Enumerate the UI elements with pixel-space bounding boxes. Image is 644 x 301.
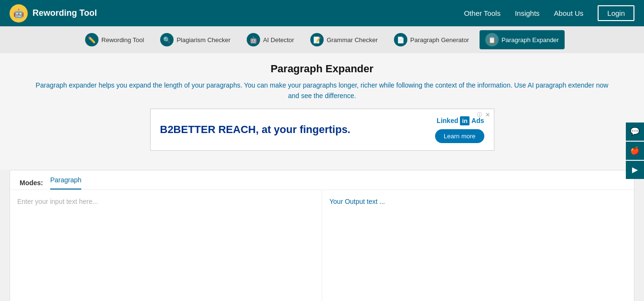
editor-input-panel[interactable]: Enter your input text here...	[10, 190, 322, 301]
tool-nav-item-plagiarism-checker[interactable]: 🔍 Plagiarism Checker	[154, 30, 236, 49]
rewording-tool-label: Rewording Tool	[101, 36, 144, 44]
sidebar-apple-button[interactable]: 🍎	[626, 142, 644, 160]
header-nav: Other Tools Insights About Us Login	[464, 5, 634, 21]
tool-nav-item-paragraph-expander[interactable]: 📋 Paragraph Expander	[480, 30, 565, 49]
ad-right: Linked in Ads Learn more	[435, 116, 484, 143]
main-content: Paragraph Expander Paragraph expander he…	[0, 53, 644, 170]
modes-label: Modes:	[20, 179, 43, 187]
paragraph-expander-label: Paragraph Expander	[502, 36, 559, 44]
logo-icon: 🤖	[10, 4, 28, 22]
logo[interactable]: 🤖 Rewording Tool	[10, 4, 97, 22]
logo-text: Rewording Tool	[33, 8, 97, 18]
linkedin-box: in	[460, 116, 469, 125]
ad-banner: ⓘ ✕ B2BETTER REACH, at your fingertips. …	[150, 109, 494, 151]
mode-tab-paragraph[interactable]: Paragraph	[50, 176, 81, 190]
header: 🤖 Rewording Tool Other Tools Insights Ab…	[0, 0, 644, 26]
ad-container: ⓘ ✕ B2BETTER REACH, at your fingertips. …	[150, 109, 494, 151]
output-placeholder: Your Output text ...	[329, 198, 385, 205]
nav-other-tools[interactable]: Other Tools	[464, 9, 500, 17]
sidebar-chat-button[interactable]: 💬	[626, 123, 644, 141]
page-description: Paragraph expander helps you expand the …	[35, 80, 609, 101]
input-placeholder: Enter your input text here...	[17, 198, 98, 205]
linkedin-brand: Linked	[437, 117, 458, 124]
learn-more-button[interactable]: Learn more	[435, 129, 484, 143]
tool-nav-item-ai-detector[interactable]: 🤖 AI Detector	[241, 30, 300, 49]
ad-info-icon[interactable]: ⓘ	[477, 111, 482, 118]
ai-detector-icon: 🤖	[247, 33, 260, 46]
editor-panels: Enter your input text here... Your Outpu…	[10, 190, 634, 301]
grammar-checker-icon: 📝	[310, 33, 324, 46]
grammar-checker-label: Grammar Checker	[327, 36, 378, 44]
tool-nav-bar: ✏️ Rewording Tool 🔍 Plagiarism Checker 🤖…	[0, 26, 644, 53]
nav-insights[interactable]: Insights	[515, 9, 540, 17]
paragraph-generator-label: Paragraph Generator	[410, 36, 469, 44]
plagiarism-checker-label: Plagiarism Checker	[176, 36, 230, 44]
tool-nav-item-rewording-tool[interactable]: ✏️ Rewording Tool	[79, 30, 150, 49]
ad-content: B2BETTER REACH, at your fingertips. Link…	[155, 114, 489, 145]
tool-nav-item-grammar-checker[interactable]: 📝 Grammar Checker	[305, 30, 383, 49]
ad-text: B2BETTER REACH, at your fingertips.	[160, 123, 350, 136]
login-button[interactable]: Login	[598, 5, 634, 21]
tool-nav-item-paragraph-generator[interactable]: 📄 Paragraph Generator	[388, 30, 475, 49]
sidebar-play-button[interactable]: ▶	[626, 161, 644, 179]
nav-about-us[interactable]: About Us	[554, 9, 584, 17]
paragraph-generator-icon: 📄	[394, 33, 407, 46]
plagiarism-checker-icon: 🔍	[160, 33, 174, 46]
page-title: Paragraph Expander	[14, 63, 630, 75]
modes-bar: Modes: Paragraph	[10, 170, 634, 190]
editor-output-panel: Your Output text ...	[322, 190, 634, 301]
editor-container: Modes: Paragraph Enter your input text h…	[10, 170, 634, 301]
paragraph-expander-icon: 📋	[485, 33, 499, 46]
right-sidebar: 💬 🍎 ▶	[626, 123, 644, 179]
ad-close-button[interactable]: ✕	[485, 111, 490, 118]
ai-detector-label: AI Detector	[263, 36, 294, 44]
rewording-tool-icon: ✏️	[85, 33, 98, 46]
